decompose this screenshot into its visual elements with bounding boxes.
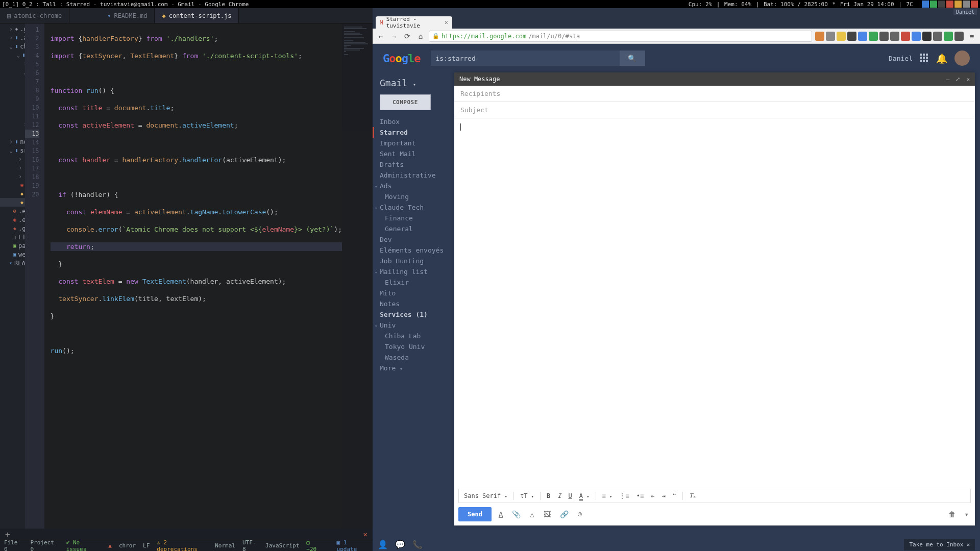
browser-tab[interactable]: M Starred - tuvistavie × [376,16,452,29]
address-bar[interactable]: 🔒 https://mail.google.com/mail/u/0/#sta [429,31,812,42]
label-elixir[interactable]: Elixir [380,277,454,288]
minimize-icon[interactable]: — [946,76,950,83]
photo-icon[interactable]: 🖼 [542,510,553,518]
chrome-menu-button[interactable]: ≡ [967,31,977,41]
label-notes[interactable]: Notes [380,298,454,309]
gmail-username[interactable]: Daniel [889,55,913,62]
status-updates[interactable]: ▣ 1 update [337,539,369,552]
label-waseda[interactable]: Waseda [380,352,454,363]
label-inbox[interactable]: Inbox [380,116,454,127]
search-button[interactable]: 🔍 [620,51,645,66]
file-tree[interactable]: ›◈.git ›▮.atom ⌄▮chrome ⌄▮app ›▮_locales… [0,23,25,529]
reload-button[interactable]: ⟳ [402,31,412,41]
compose-titlebar[interactable]: New Message — ⤢ ✕ [454,72,975,86]
label-mito[interactable]: Mito [380,288,454,298]
drive-icon[interactable]: △ [528,510,536,518]
subject-field[interactable]: Subject [454,102,975,118]
ext-icon[interactable] [837,32,846,41]
bullet-list-button[interactable]: •≡ [634,491,646,500]
popout-icon[interactable]: ⤢ [955,76,960,83]
label-important[interactable]: Important [380,138,454,148]
close-icon[interactable]: ✕ [966,76,970,83]
ext-icon[interactable] [879,32,889,41]
gmail-brand[interactable]: Gmail ▾ [380,78,454,88]
compose-button[interactable]: COMPOSE [380,94,431,110]
label-moving[interactable]: Moving [380,191,454,202]
hangouts-contacts-icon[interactable]: 👤 [378,540,388,549]
send-button[interactable]: Send [458,507,492,521]
label-univ[interactable]: ▾Univ [380,320,454,331]
label-admin[interactable]: Administrative [380,170,454,181]
font-size-button[interactable]: τT ▾ [518,491,536,500]
text-color-button[interactable]: A ▾ [577,491,592,500]
label-elements[interactable]: Éléments envoyés [380,245,454,256]
home-button[interactable]: ⌂ [415,31,426,41]
label-tokyo[interactable]: Tokyo Univ [380,341,454,352]
status-language[interactable]: JavaScript [265,542,299,549]
align-button[interactable]: ≡ ▾ [600,491,615,500]
italic-button[interactable]: I [555,491,563,500]
label-drafts[interactable]: Drafts [380,159,454,170]
ext-icon[interactable] [933,32,942,41]
compose-body[interactable] [454,118,975,489]
ext-icon[interactable] [944,32,953,41]
link-icon[interactable]: 🔗 [558,510,571,518]
label-mailing[interactable]: ▾Mailing list [380,266,454,277]
discard-icon[interactable]: 🗑 [946,510,958,518]
indent-more-button[interactable]: ⇥ [659,491,667,500]
minimap[interactable] [342,23,373,529]
new-tab-button[interactable]: + [0,530,10,539]
recipients-field[interactable]: Recipients [454,86,975,102]
ext-icon[interactable] [858,32,867,41]
label-services[interactable]: Services (1) [380,309,454,320]
tab-content-script[interactable]: ◆ content-script.js [155,8,239,23]
ext-icon[interactable] [815,32,824,41]
numbered-list-button[interactable]: ⋮≡ [617,491,631,500]
status-branch[interactable]: chror [119,542,136,549]
tray-icon[interactable] [963,1,970,8]
back-button[interactable]: ← [376,31,386,41]
underline-button[interactable]: U [566,491,574,500]
tab-project[interactable]: ▤ atomic-chrome [0,8,69,23]
label-dev[interactable]: Dev [380,234,454,245]
quote-button[interactable]: ❝ [671,491,678,500]
tray-icon[interactable] [930,1,937,8]
label-finance[interactable]: Finance [380,213,454,223]
close-tab-icon[interactable]: × [445,19,448,26]
label-starred[interactable]: Starred [373,127,454,138]
chrome-profile[interactable]: Daniel [953,9,977,15]
tray-icon[interactable] [946,1,953,8]
account-avatar[interactable] [954,51,970,66]
ext-icon[interactable] [869,32,878,41]
attach-icon[interactable]: 📎 [510,510,523,518]
label-claude[interactable]: ▾Claude Tech [380,202,454,213]
forward-button[interactable]: → [389,31,399,41]
ext-icon[interactable] [901,32,910,41]
label-more[interactable]: More ▾ [380,363,454,373]
hangouts-chat-icon[interactable]: 💬 [395,540,405,549]
tray-icon[interactable] [938,1,945,8]
tab-readme[interactable]: ▾ README.md [100,8,155,23]
more-options-icon[interactable]: ▾ [963,510,971,518]
ext-icon[interactable] [890,32,899,41]
formatting-toggle-icon[interactable]: A [497,510,505,518]
close-pane-button[interactable]: ✕ [363,530,373,538]
ext-icon[interactable] [847,32,856,41]
code-editor[interactable]: 1234 5678 9101112 13141516 17181920 impo… [25,23,373,529]
tray-icon[interactable] [954,1,962,8]
font-family-dropdown[interactable]: Sans Serif ▾ [462,491,509,500]
inbox-promo[interactable]: Take me to Inbox ✕ [904,539,975,550]
emoji-icon[interactable]: ☺ [576,510,584,518]
code-content[interactable]: import {handlerFactory} from './handlers… [44,23,342,529]
bold-button[interactable]: B [545,491,552,500]
ext-icon[interactable] [826,32,835,41]
close-icon[interactable]: ✕ [966,541,970,548]
ext-icon[interactable] [922,32,932,41]
search-input[interactable] [431,51,620,66]
tray-icon[interactable] [971,1,978,8]
remove-format-button[interactable]: Tₓ [687,491,698,500]
ext-icon[interactable] [912,32,921,41]
label-ads[interactable]: ▾Ads [380,181,454,191]
tree-item-active[interactable]: ◆content-script.js [0,198,25,207]
ext-icon[interactable] [954,32,964,41]
